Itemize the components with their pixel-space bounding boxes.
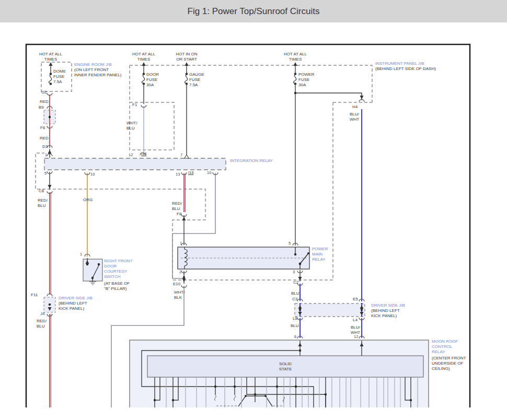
driver-side-jb-right-name: DRIVER SIDE J/B bbox=[371, 303, 405, 308]
connector-e10: E10 bbox=[173, 282, 180, 287]
mr-pin-6: 6 bbox=[294, 334, 296, 340]
hot-label-1: HOT AT ALL TIMES bbox=[35, 52, 66, 62]
connector-c3: C3 bbox=[292, 297, 297, 302]
door-fuse-label: DOOR FUSE 30A bbox=[146, 72, 159, 88]
power-main-relay-label: POWER MAIN RELAY bbox=[312, 247, 328, 262]
wire-label-blu-wht-1: BLU/ WHT bbox=[350, 112, 359, 122]
gauge-fuse-label: GAUGE FUSE 7.5A bbox=[189, 72, 204, 88]
pmr-pin-2: 2 bbox=[179, 270, 181, 275]
solid-state-label: SOLID STATE bbox=[270, 361, 301, 372]
dome-fuse-label: DOME FUSE 7.5A bbox=[53, 69, 66, 85]
ir-pin-10: 10 bbox=[90, 172, 95, 177]
gauge-fuse-symbol bbox=[185, 73, 188, 85]
connector-b9: B9 bbox=[39, 105, 44, 110]
ir-pin-12: 12 bbox=[129, 153, 133, 158]
ir-pin-1: 1 bbox=[45, 153, 47, 158]
pmr-pin-3: 3 bbox=[293, 270, 295, 275]
connector-f1: F1 bbox=[132, 102, 137, 108]
driver-side-jb-left-name: DRIVER SIDE J/B bbox=[59, 296, 93, 301]
dome-fuse-symbol bbox=[49, 73, 52, 85]
connector-f6: F6 bbox=[40, 125, 45, 131]
wire-label-wht-blu: WHT/ BLU bbox=[126, 121, 137, 131]
screenshot-root: Fig 1: Power Top/Sunroof Circuits bbox=[0, 0, 507, 420]
ir-pin-13-connector-id: I18 bbox=[188, 170, 193, 176]
wire-label-blu-wht-2: BLU/ WHT bbox=[351, 325, 360, 335]
wire-label-red-2: RED bbox=[40, 136, 49, 141]
wire-label-red-1: RED bbox=[40, 99, 49, 104]
connector-e5: E5 bbox=[353, 297, 358, 302]
courtesy-switch-name: RIGHT FRONT DOOR COURTESY SWITCH bbox=[104, 259, 133, 279]
connector-h4: H4 bbox=[352, 104, 358, 110]
connector-c8: C8 bbox=[39, 189, 44, 194]
driver-side-jb-right-location: (BEHIND LEFT KICK PANEL) bbox=[371, 308, 400, 319]
courtesy-switch-location: (AT BASE OF "B" PILLAR) bbox=[104, 281, 130, 291]
wire-label-org: ORG bbox=[83, 197, 93, 203]
ir-pin7-connector bbox=[185, 155, 189, 158]
connector-c2: C2 bbox=[293, 280, 298, 285]
ir-pin-10b: 10 bbox=[207, 170, 211, 176]
hot-label-3: HOT IN ON OR START bbox=[171, 52, 202, 62]
wire-label-blu-2: BLU bbox=[291, 323, 299, 329]
driver-side-jb-right-box bbox=[295, 304, 365, 317]
hot-label-4: HOT AT ALL TIMES bbox=[280, 52, 311, 62]
connector-g2: G2 bbox=[41, 90, 47, 95]
power-fuse-symbol bbox=[293, 73, 296, 85]
wire-label-red-blu-1: RED/ BLU bbox=[38, 198, 48, 208]
component-boxes bbox=[44, 110, 429, 407]
connector-d3: D3 bbox=[42, 144, 48, 149]
connector-l4: L4 bbox=[353, 318, 358, 323]
connector-l8: L8 bbox=[293, 316, 297, 321]
cs-pin-1: 1 bbox=[80, 252, 82, 257]
ir-pin-13: 13 bbox=[176, 172, 180, 177]
ir-pin-12-connector-id: I18 bbox=[141, 151, 146, 157]
power-fuse-label: POWER FUSE 30A bbox=[298, 72, 314, 88]
ir-pin-7: 7 bbox=[180, 153, 182, 158]
engine-room-jb-location: (ON LEFT FRONT INNER FENDER PANEL) bbox=[74, 67, 122, 78]
door-fuse-symbol bbox=[142, 73, 145, 85]
ir-pin-5: 5 bbox=[44, 171, 47, 176]
connector-f11: F11 bbox=[31, 293, 38, 298]
wire-label-blu-1: BLU bbox=[291, 291, 299, 296]
wire-label-wht-blk: WHT/ BLK bbox=[174, 290, 185, 300]
moon-roof-relay-name: MOON ROOF CONTROL RELAY bbox=[432, 339, 458, 355]
mr-pin-12: 12 bbox=[354, 334, 358, 340]
integration-relay-label: INTEGRATION RELAY bbox=[230, 158, 273, 164]
driver-side-jb-left-location: (BEHIND LEFT KICK PANEL) bbox=[59, 301, 87, 311]
instrument-panel-jb-location: (BEHIND LEFT SIDE OF DASH) bbox=[375, 66, 436, 72]
pmr-pin-5: 5 bbox=[289, 241, 291, 246]
wire-label-red-blu-2: RED/ BLU bbox=[172, 201, 182, 212]
moon-roof-relay-location: (CENTER FRONT UNDERSIDE OF CEILING) bbox=[432, 356, 466, 371]
hot-label-2: HOT AT ALL TIMES bbox=[128, 52, 159, 62]
engine-room-jb-name: ENGINE ROOM J/B bbox=[74, 62, 112, 67]
pmr-pin-1: 1 bbox=[180, 241, 182, 246]
instrument-panel-jb-name: INSTRUMENT PANEL J/B bbox=[375, 61, 424, 66]
connector-f8: F8 bbox=[177, 212, 181, 217]
ground-icon bbox=[89, 282, 96, 285]
connector-j4: J4 bbox=[40, 311, 44, 317]
wire-label-red-blu-3: RED/ BLU bbox=[37, 319, 47, 329]
integration-relay-box bbox=[44, 158, 226, 170]
